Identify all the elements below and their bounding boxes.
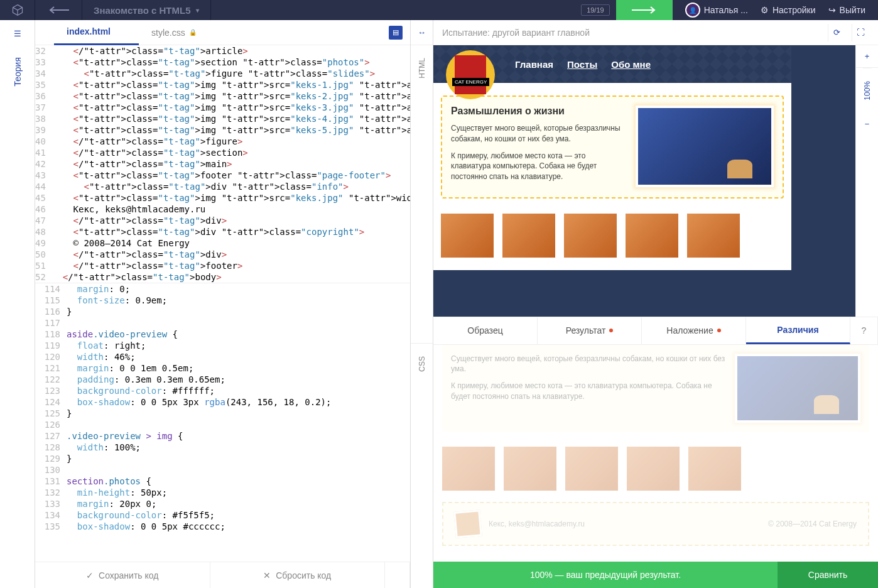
logout-icon: ↪	[828, 5, 836, 15]
refresh-button[interactable]: ⟳	[828, 24, 845, 41]
thumb-1	[441, 214, 494, 258]
preview-column: Испытание: другой вариант главной ⟳ ⛶ CA…	[433, 20, 878, 588]
academy-logo[interactable]	[0, 0, 35, 20]
diff-thumb	[688, 447, 741, 491]
close-icon: ✕	[263, 570, 271, 580]
hero-block: Размышления о жизни Существует много вещ…	[441, 95, 784, 199]
view-toggle[interactable]: ▤	[389, 26, 403, 40]
help-button[interactable]: ?	[850, 317, 878, 344]
splitter: ↔ HTML CSS	[411, 20, 433, 588]
tab-index-html[interactable]: index.html	[54, 20, 139, 45]
tab-result[interactable]: Результат	[538, 317, 642, 344]
tab-sample[interactable]: Образец	[433, 317, 538, 344]
fullscreen-button[interactable]: ⛶	[852, 24, 869, 41]
file-tabs: index.html style.css🔒 ▤	[35, 20, 410, 45]
logout-link[interactable]: ↪ Выйти	[828, 5, 865, 15]
hero-p2: К примеру, любимое место кота — это клав…	[451, 151, 627, 182]
theory-rail: ☰ Теория	[0, 20, 35, 588]
check-icon: ✓	[86, 570, 94, 580]
resize-handle[interactable]: ↔	[411, 20, 433, 45]
diff-thumb	[565, 447, 618, 491]
settings-link[interactable]: ⚙ Настройки	[761, 5, 816, 15]
nav-home[interactable]: Главная	[515, 59, 553, 70]
diff-p1: Существует много вещей, которые безразли…	[451, 354, 726, 375]
footer-copyright: © 2008—2014 Cat Energy	[768, 520, 857, 528]
footer-text: Кекс, keks@htmlacademy.ru	[489, 520, 585, 528]
nav-posts[interactable]: Посты	[567, 59, 597, 70]
hero-image	[636, 106, 774, 187]
zoom-in-button[interactable]: +	[856, 45, 878, 68]
diff-hero-image	[735, 354, 860, 423]
tab-style-css[interactable]: style.css🔒	[139, 20, 225, 45]
avatar: 👤	[685, 3, 700, 18]
thumb-4	[626, 214, 678, 258]
save-code-button[interactable]: ✓ Сохранить код	[35, 562, 210, 588]
dot-icon	[609, 329, 613, 332]
forward-button[interactable]	[616, 0, 673, 20]
result-bar: 100% — ваш предыдущий результат. Сравнит…	[433, 562, 878, 588]
html-label: HTML	[418, 58, 426, 79]
chevron-down-icon: ▾	[196, 7, 199, 14]
tab-overlay[interactable]: Наложение	[642, 317, 746, 344]
diff-footer: Кекс, keks@htmlacademy.ru © 2008—2014 Ca…	[442, 502, 869, 546]
zoom-out-button[interactable]: −	[856, 113, 878, 136]
editor-extra[interactable]	[385, 562, 410, 588]
editor: index.html style.css🔒 ▤ 32 33 34 35 36 3…	[35, 20, 411, 588]
compare-button[interactable]: Сравнить	[778, 562, 878, 588]
topbar: Знакомство с HTML5 ▾ 19/19 👤 Наталья ...…	[0, 0, 878, 20]
nav-about[interactable]: Обо мне	[611, 59, 651, 70]
zoom-rail: + 100% −	[855, 45, 878, 317]
hero-title: Размышления о жизни	[451, 106, 627, 117]
compare-tabs: Образец Результат Наложение Различия ?	[433, 317, 878, 345]
css-label: CSS	[418, 356, 426, 372]
preview-header: Испытание: другой вариант главной ⟳ ⛶	[433, 20, 878, 45]
diff-thumb	[627, 447, 680, 491]
user-menu[interactable]: 👤 Наталья ...	[685, 3, 748, 18]
thumb-2	[502, 214, 555, 258]
diff-p2: К примеру, любимое место кота — это клав…	[451, 381, 726, 402]
diff-thumb	[504, 447, 556, 491]
lesson-title[interactable]: Знакомство с HTML5 ▾	[82, 0, 211, 20]
thumb-3	[564, 214, 617, 258]
preview-title: Испытание: другой вариант главной	[442, 28, 821, 38]
site-logo[interactable]: CAT ENERGY	[446, 50, 495, 99]
gear-icon: ⚙	[761, 5, 769, 15]
dot-icon	[717, 329, 721, 332]
menu-icon[interactable]: ☰	[14, 29, 21, 38]
editor-footer: ✓ Сохранить код ✕ Сбросить код	[35, 562, 410, 588]
compare-body: Существует много вещей, которые безразли…	[433, 345, 878, 562]
tab-diff[interactable]: Различия	[746, 317, 850, 344]
preview-render: CAT ENERGY Главная Посты Обо мне Размышл…	[433, 45, 855, 317]
back-button[interactable]	[35, 0, 82, 20]
photo-thumbs	[441, 214, 784, 258]
reset-code-button[interactable]: ✕ Сбросить код	[210, 562, 386, 588]
zoom-level: 100%	[863, 68, 872, 113]
code-pane[interactable]: 32 33 34 35 36 37 38 39 40 41 42 43 44 4…	[35, 45, 410, 562]
footer-avatar	[453, 509, 482, 538]
result-score: 100% — ваш предыдущий результат.	[433, 562, 778, 588]
step-counter: 19/19	[581, 4, 610, 16]
hero-p1: Существует много вещей, которые безразли…	[451, 123, 627, 144]
theory-label[interactable]: Теория	[13, 57, 23, 87]
thumb-5	[687, 214, 740, 258]
diff-thumb	[442, 447, 495, 491]
lock-icon: 🔒	[189, 29, 197, 36]
